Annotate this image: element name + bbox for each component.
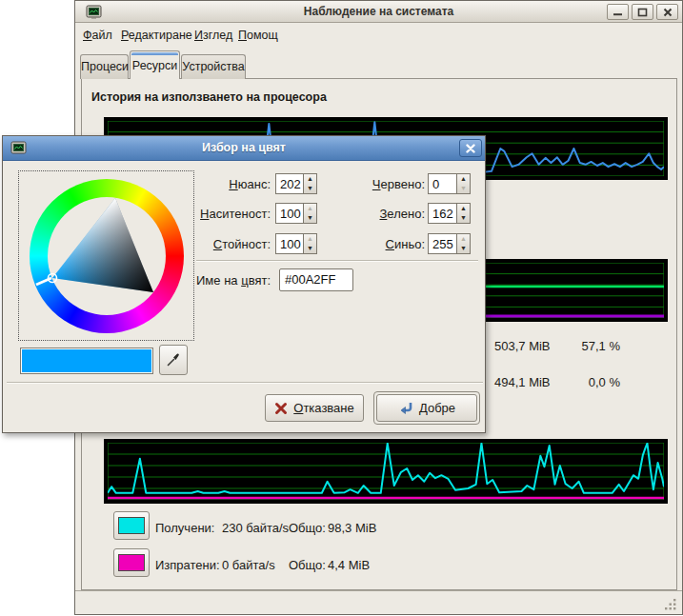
sent-color-swatch: [118, 554, 145, 571]
minimize-button[interactable]: [607, 4, 629, 20]
ok-button-default-ring: Добре: [373, 391, 480, 425]
saturation-label: Наситеност:: [127, 207, 271, 221]
tab-resources[interactable]: Ресурси: [130, 50, 180, 79]
sent-rate: 0 байта/s: [222, 558, 275, 572]
main-titlebar[interactable]: Наблюдение на системата: [75, 1, 682, 23]
sent-color-button[interactable]: [113, 548, 150, 577]
blue-up-arrow[interactable]: ▲: [457, 234, 470, 244]
color-name-label: Име на цвят:: [127, 273, 271, 288]
ok-icon: [398, 402, 413, 415]
green-down-arrow[interactable]: ▼: [457, 213, 470, 223]
received-label: Получени:: [155, 521, 214, 535]
memory-used-percent: 57,1 %: [548, 339, 620, 353]
memory-used-value: 503,7 MiB: [494, 339, 551, 353]
received-color-swatch: [118, 517, 145, 534]
green-label: Зелено:: [317, 207, 425, 221]
red-label: Червено:: [317, 177, 425, 191]
menu-file[interactable]: Файл: [80, 28, 115, 45]
cpu-history-title: История на използването на процесора: [91, 90, 327, 104]
red-spinbox[interactable]: 0 ▲▼: [428, 173, 471, 194]
window-title: Наблюдение на системата: [75, 5, 682, 18]
maximize-button[interactable]: [632, 4, 653, 20]
value-up-arrow[interactable]: ▲: [304, 234, 316, 244]
minimize-icon: [613, 8, 623, 16]
statusbar: [75, 590, 682, 614]
cancel-button[interactable]: Отказване: [265, 394, 364, 422]
sent-total-label: Общо:: [289, 558, 326, 572]
dialog-titlebar[interactable]: Избор на цвят: [3, 136, 485, 161]
color-picker-dialog: Избор на цвят: [2, 135, 486, 433]
network-history-chart: [104, 439, 668, 504]
value-down-arrow[interactable]: ▼: [304, 244, 316, 253]
resize-grip[interactable]: [665, 598, 677, 610]
swap-used-percent: 0,0 %: [548, 375, 620, 389]
color-name-input[interactable]: #00A2FF: [279, 268, 353, 291]
received-total: 98,3 MiB: [328, 521, 376, 535]
saturation-value-triangle[interactable]: [30, 179, 184, 333]
menu-edit[interactable]: Редактиране: [118, 28, 195, 45]
ok-button[interactable]: Добре: [376, 394, 477, 422]
blue-spinbox[interactable]: 255 ▲▼: [428, 233, 471, 254]
menu-view[interactable]: Изглед: [191, 28, 235, 45]
red-up-arrow[interactable]: ▲: [457, 174, 470, 184]
dialog-title: Избор на цвят: [3, 141, 485, 154]
hue-spinbox[interactable]: 202 ▲▼: [275, 173, 317, 194]
action-area-separator: [7, 382, 483, 384]
blue-down-arrow[interactable]: ▼: [457, 244, 470, 253]
close-icon: [663, 8, 673, 17]
fields-separator: [196, 260, 478, 262]
network-received-line: [108, 444, 664, 493]
blue-label: Синьо:: [317, 237, 425, 251]
maximize-icon: [637, 8, 648, 17]
color-wheel-frame: [18, 170, 194, 341]
dialog-close-button[interactable]: [459, 139, 482, 157]
hue-label: Нюанс:: [127, 177, 271, 191]
menu-help[interactable]: Помощ: [235, 28, 281, 45]
sent-label: Изпратени:: [155, 558, 220, 572]
saturation-down-arrow[interactable]: ▼: [304, 213, 316, 223]
saturation-spinbox[interactable]: 100 ▲▼: [275, 203, 317, 224]
received-rate: 230 байта/s: [222, 521, 289, 535]
swap-used-value: 494,1 MiB: [494, 375, 551, 389]
close-button[interactable]: [656, 4, 678, 20]
tab-processes[interactable]: Процеси: [80, 54, 129, 79]
green-spinbox[interactable]: 162 ▲▼: [428, 203, 471, 224]
received-total-label: Общо:: [289, 521, 326, 535]
saturation-up-arrow[interactable]: ▲: [304, 204, 316, 213]
hue-down-arrow[interactable]: ▼: [304, 184, 316, 193]
dialog-close-icon: [466, 144, 475, 153]
color-preview-swatch: [20, 348, 153, 374]
active-tab-highlight: [131, 52, 178, 55]
red-down-arrow[interactable]: ▼: [457, 184, 470, 193]
value-label: Стойност:: [127, 237, 271, 251]
sent-total: 4,4 MiB: [328, 558, 370, 572]
hue-up-arrow[interactable]: ▲: [304, 174, 316, 184]
cancel-icon: [274, 402, 288, 415]
color-preview-fill: [22, 349, 151, 372]
eyedropper-icon: [166, 352, 181, 368]
value-spinbox[interactable]: 100 ▲▼: [275, 233, 317, 254]
eyedropper-button[interactable]: [159, 345, 188, 375]
tab-devices[interactable]: Устройства: [181, 54, 246, 79]
received-color-button[interactable]: [113, 511, 150, 540]
green-up-arrow[interactable]: ▲: [457, 204, 470, 213]
